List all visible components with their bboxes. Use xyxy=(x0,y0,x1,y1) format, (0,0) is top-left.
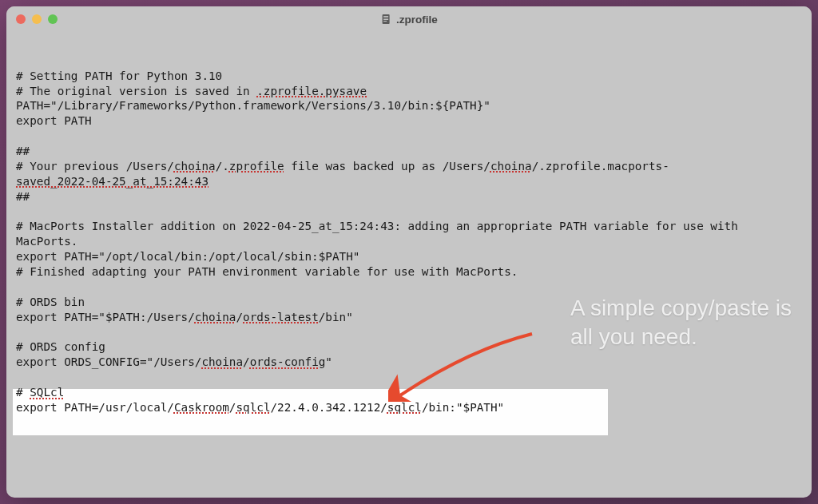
titlebar[interactable]: .zprofile xyxy=(6,6,812,32)
code-line[interactable] xyxy=(16,129,802,144)
annotation-line-1: A simple copy/paste is xyxy=(570,296,792,320)
code-line[interactable]: ## xyxy=(16,189,802,204)
code-text: /bin:"$PATH" xyxy=(422,401,504,414)
editor-window: .zprofile # Setting PATH for Python 3.10… xyxy=(6,6,812,498)
svg-rect-1 xyxy=(383,16,388,17)
code-line[interactable]: PATH="/Library/Frameworks/Python.framewo… xyxy=(16,98,802,113)
minimize-button[interactable] xyxy=(32,14,42,24)
spell-underline-text: zprofile xyxy=(229,160,284,173)
code-line[interactable]: # The original version is saved in .zpro… xyxy=(16,84,802,99)
code-text: file was backed up as /Users/ xyxy=(284,160,490,173)
code-text: export ORDS_CONFIG="/Users/ xyxy=(16,355,201,368)
spell-underline-text: SQLcl xyxy=(30,386,64,399)
code-line[interactable]: # SQLcl xyxy=(16,385,802,400)
code-text: / xyxy=(243,355,250,368)
maximize-button[interactable] xyxy=(48,14,58,24)
code-text: # The original version is saved in xyxy=(16,85,256,97)
code-line[interactable] xyxy=(16,280,802,295)
svg-rect-4 xyxy=(383,21,387,22)
code-text: / xyxy=(236,311,243,323)
code-line[interactable]: export PATH xyxy=(16,113,802,129)
spell-underline-text: choina xyxy=(201,355,243,368)
annotation-line-2: all you need. xyxy=(570,324,697,349)
code-line[interactable]: # MacPorts Installer addition on 2022-04… xyxy=(16,219,802,249)
spell-underline-text: ords-config xyxy=(250,355,326,368)
code-line[interactable]: # Finished adapting your PATH environmen… xyxy=(16,264,802,280)
spell-underline-text: Caskroom xyxy=(174,401,229,414)
code-text: export PATH=/usr/local/ xyxy=(16,401,174,414)
traffic-lights xyxy=(16,14,58,24)
spell-underline-text: saved_2022-04-25_at_15:24:43 xyxy=(16,175,208,188)
code-line[interactable] xyxy=(16,370,802,385)
code-line[interactable]: export ORDS_CONFIG="/Users/choina/ords-c… xyxy=(16,355,802,370)
annotation-text: A simple copy/paste is all you need. xyxy=(570,294,792,351)
code-text: /. xyxy=(216,160,229,173)
code-line[interactable] xyxy=(16,204,802,220)
window-title: .zprofile xyxy=(396,14,438,26)
editor-content[interactable]: # Setting PATH for Python 3.10# The orig… xyxy=(16,69,802,415)
code-text: export PATH="$PATH:/Users/ xyxy=(16,311,195,323)
spell-underline-text: .zprofile.pysave xyxy=(256,85,367,97)
svg-rect-2 xyxy=(383,18,388,18)
document-icon xyxy=(380,14,391,25)
code-line[interactable]: export PATH=/usr/local/Caskroom/sqlcl/22… xyxy=(16,400,802,415)
code-text: # Your previous /Users/ xyxy=(16,160,174,173)
code-text: /22.4.0.342.1212/ xyxy=(271,401,387,414)
code-line[interactable]: ## xyxy=(16,144,802,159)
svg-rect-3 xyxy=(383,19,388,20)
spell-underline-text: choina xyxy=(490,160,532,173)
spell-underline-text: sqlcl xyxy=(387,401,422,414)
code-line[interactable]: saved_2022-04-25_at_15:24:43 xyxy=(16,174,802,189)
code-text: /.zprofile.macports- xyxy=(532,160,669,173)
text-editor[interactable]: # Setting PATH for Python 3.10# The orig… xyxy=(6,32,812,452)
spell-underline-text: choina xyxy=(174,160,216,173)
spell-underline-text: choina xyxy=(195,311,236,323)
code-text: " xyxy=(325,355,332,368)
window-title-wrap: .zprofile xyxy=(380,14,438,26)
code-line[interactable]: export PATH="/opt/local/bin:/opt/local/s… xyxy=(16,249,802,264)
spell-underline-text: ords-latest xyxy=(243,311,319,323)
spell-underline-text: sqlcl xyxy=(236,401,270,414)
close-button[interactable] xyxy=(16,14,26,24)
code-text: # xyxy=(16,386,30,399)
code-line[interactable]: # Your previous /Users/choina/.zprofile … xyxy=(16,159,802,174)
code-text: /bin" xyxy=(319,311,353,323)
code-line[interactable]: # Setting PATH for Python 3.10 xyxy=(16,69,802,84)
